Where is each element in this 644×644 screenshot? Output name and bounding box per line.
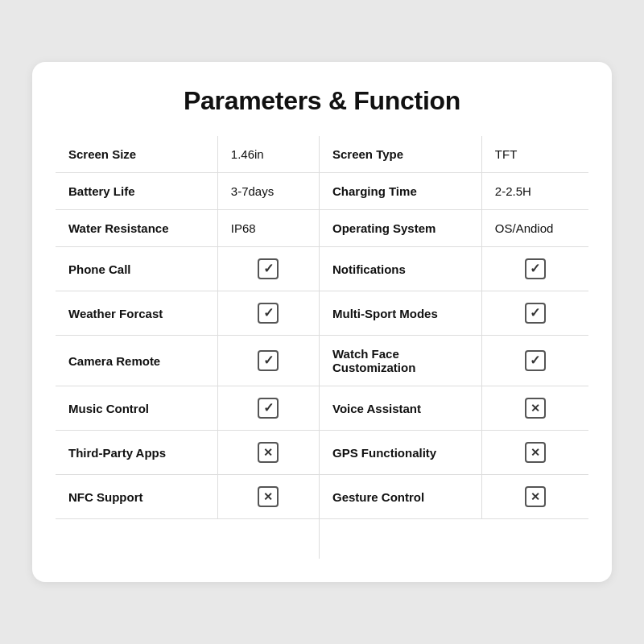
- left-label: Battery Life: [56, 173, 218, 210]
- left-label: Music Control: [56, 386, 218, 431]
- left-check: [217, 336, 319, 386]
- left-label: Weather Forcast: [56, 291, 218, 336]
- right-label: Operating System: [319, 210, 481, 247]
- right-label: Multi-Sport Modes: [319, 291, 481, 336]
- left-value: IP68: [217, 210, 319, 247]
- left-label: NFC Support: [56, 475, 218, 519]
- right-label: Watch Face Customization: [319, 336, 481, 386]
- left-check: [217, 291, 319, 336]
- left-label: Camera Remote: [56, 336, 218, 386]
- right-label: Notifications: [319, 247, 481, 291]
- right-check: [481, 386, 588, 431]
- right-check: [481, 431, 588, 475]
- right-check: [481, 291, 588, 336]
- left-label: Phone Call: [56, 247, 218, 291]
- params-table: Screen Size1.46inScreen TypeTFTBattery L…: [55, 135, 589, 559]
- right-label: Gesture Control: [319, 475, 481, 519]
- right-label: Voice Assistant: [319, 386, 481, 431]
- right-label: GPS Functionality: [319, 431, 481, 475]
- right-check: [481, 475, 588, 519]
- right-label: Charging Time: [319, 173, 481, 210]
- left-value: 1.46in: [217, 136, 319, 173]
- left-label: Screen Size: [56, 136, 218, 173]
- right-value: OS/Andiod: [481, 210, 588, 247]
- left-label: Water Resistance: [56, 210, 218, 247]
- left-label: Third-Party Apps: [56, 431, 218, 475]
- left-check: [217, 475, 319, 519]
- page-title: Parameters & Function: [55, 86, 589, 116]
- right-check: [481, 247, 588, 291]
- left-value: 3-7days: [217, 173, 319, 210]
- right-check: [481, 336, 588, 386]
- right-value: 2-2.5H: [481, 173, 588, 210]
- right-value: TFT: [481, 136, 588, 173]
- left-check: [217, 386, 319, 431]
- left-check: [217, 431, 319, 475]
- right-label: Screen Type: [319, 136, 481, 173]
- card: Parameters & Function Screen Size1.46inS…: [32, 62, 612, 582]
- left-check: [217, 247, 319, 291]
